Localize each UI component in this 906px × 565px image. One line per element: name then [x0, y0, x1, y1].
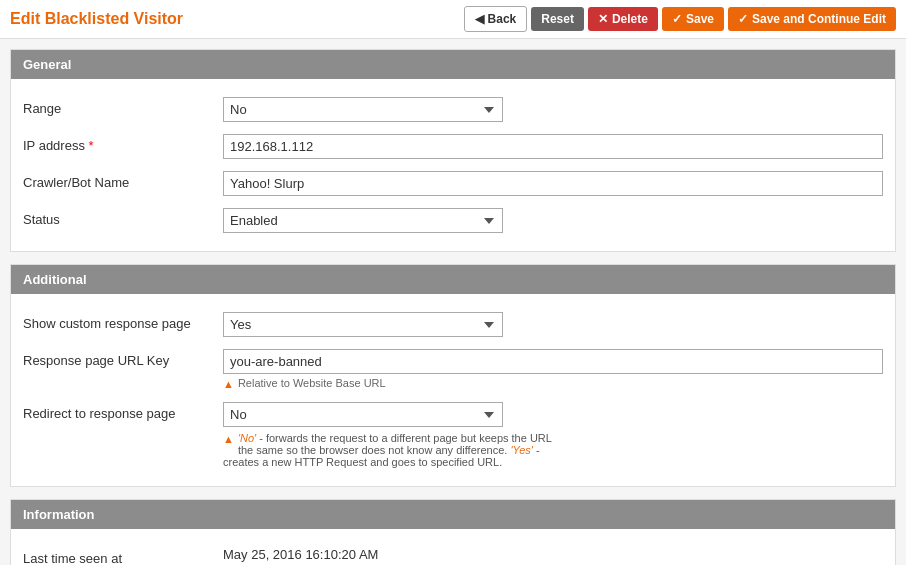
back-button[interactable]: ◀ Back [464, 6, 528, 32]
ip-address-label: IP address [23, 134, 223, 153]
response-url-hint: ▲ Relative to Website Base URL [223, 377, 883, 390]
response-url-input[interactable] [223, 349, 883, 374]
crawler-input[interactable] [223, 171, 883, 196]
save-icon: ✓ [672, 12, 682, 26]
ip-address-field [223, 134, 883, 159]
additional-section: Additional Show custom response page Yes… [10, 264, 896, 487]
redirect-field: No Yes ▲ 'No' - forwards the request to … [223, 402, 883, 468]
last-seen-label: Last time seen at [23, 547, 223, 565]
general-section-header: General [11, 50, 895, 79]
last-seen-value: May 25, 2016 16:10:20 AM [223, 547, 883, 562]
redirect-label: Redirect to response page [23, 402, 223, 421]
show-custom-label: Show custom response page [23, 312, 223, 331]
save-button[interactable]: ✓ Save [662, 7, 724, 31]
response-url-label: Response page URL Key [23, 349, 223, 368]
delete-icon: ✕ [598, 12, 608, 26]
save-continue-button[interactable]: ✓ Save and Continue Edit [728, 7, 896, 31]
range-select[interactable]: No Yes [223, 97, 503, 122]
range-label: Range [23, 97, 223, 116]
reset-button[interactable]: Reset [531, 7, 584, 31]
response-url-field: ▲ Relative to Website Base URL [223, 349, 883, 390]
show-custom-row: Show custom response page Yes No [11, 306, 895, 343]
status-field: Enabled Disabled [223, 208, 883, 233]
response-url-row: Response page URL Key ▲ Relative to Webs… [11, 343, 895, 396]
range-row: Range No Yes [11, 91, 895, 128]
status-label: Status [23, 208, 223, 227]
redirect-hint-triangle-icon: ▲ [223, 433, 234, 445]
toolbar-buttons: ◀ Back Reset ✕ Delete ✓ Save ✓ Save and … [464, 6, 896, 32]
additional-section-header: Additional [11, 265, 895, 294]
information-section-header: Information [11, 500, 895, 529]
range-field: No Yes [223, 97, 883, 122]
redirect-row: Redirect to response page No Yes ▲ 'No' … [11, 396, 895, 474]
general-section: General Range No Yes IP address [10, 49, 896, 252]
redirect-select[interactable]: No Yes [223, 402, 503, 427]
show-custom-select[interactable]: Yes No [223, 312, 503, 337]
page-title: Edit Blacklisted Visitor [10, 10, 183, 28]
delete-button[interactable]: ✕ Delete [588, 7, 658, 31]
crawler-row: Crawler/Bot Name [11, 165, 895, 202]
status-row: Status Enabled Disabled [11, 202, 895, 239]
toolbar: Edit Blacklisted Visitor ◀ Back Reset ✕ … [0, 0, 906, 39]
redirect-hint: ▲ 'No' - forwards the request to a diffe… [223, 432, 563, 468]
crawler-label: Crawler/Bot Name [23, 171, 223, 190]
last-seen-row: Last time seen at May 25, 2016 16:10:20 … [11, 541, 895, 565]
crawler-field [223, 171, 883, 196]
ip-address-row: IP address [11, 128, 895, 165]
general-section-body: Range No Yes IP address Crawler/Bot Name [11, 79, 895, 251]
hint-triangle-icon: ▲ [223, 378, 234, 390]
information-section-body: Last time seen at May 25, 2016 16:10:20 … [11, 529, 895, 565]
ip-address-input[interactable] [223, 134, 883, 159]
information-section: Information Last time seen at May 25, 20… [10, 499, 896, 565]
save-continue-icon: ✓ [738, 12, 748, 26]
additional-section-body: Show custom response page Yes No Respons… [11, 294, 895, 486]
status-select[interactable]: Enabled Disabled [223, 208, 503, 233]
back-icon: ◀ [475, 12, 484, 26]
show-custom-field: Yes No [223, 312, 883, 337]
main-content: General Range No Yes IP address [0, 39, 906, 565]
